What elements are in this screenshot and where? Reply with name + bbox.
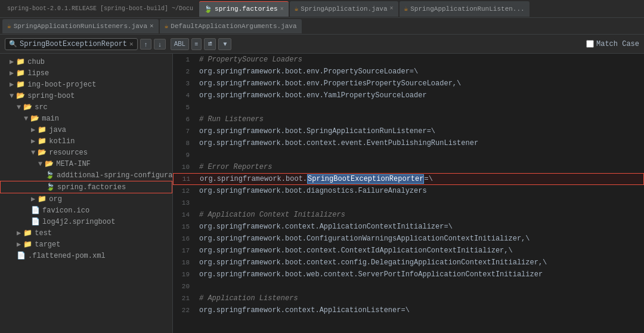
clear-search-icon[interactable]: ✕ <box>129 40 134 48</box>
tab-icon-spring-factories: 🍃 <box>204 5 212 13</box>
tab-label-run-listener: SpringApplicationRunListen... <box>410 5 524 13</box>
sidebar-item-additional-spring[interactable]: 🍃 additional-spring-configuratio... <box>0 169 172 181</box>
code-line-7: 7 org.springframework.boot.SpringApplica… <box>173 125 644 137</box>
search-abl-button[interactable]: ABL <box>171 38 189 50</box>
sidebar-item-java[interactable]: ▶ 📁 java <box>0 124 172 135</box>
tab-label-spring-application: SpringApplication.java <box>301 5 387 13</box>
folder-arrow-kotlin: ▶ <box>31 137 35 146</box>
close-icon-second-tab0[interactable]: × <box>150 23 154 30</box>
folder-arrow-java: ▶ <box>31 125 35 134</box>
line-number-11: 11 <box>174 175 195 183</box>
sidebar-item-target[interactable]: ▶ 📁 target <box>0 239 172 250</box>
folder-arrow-org: ▶ <box>31 195 35 204</box>
sidebar-item-boot-project[interactable]: ▶ 📁 ing-boot-project <box>0 79 172 90</box>
folder-icon-kotlin: 📁 <box>38 137 47 146</box>
sidebar-label-resources: resources <box>49 149 88 157</box>
sidebar-label-log4j2: log4j2.springboot <box>42 218 115 226</box>
code-line-9: 9 <box>173 149 644 161</box>
sidebar-item-chub[interactable]: ▶ 📁 chub <box>0 56 172 67</box>
search-words-button[interactable]: ≡ <box>191 38 202 50</box>
search-match-highlight: SpringBootExceptionReporter <box>307 174 424 184</box>
tab-label-default-args: DefaultApplicationArguments.java <box>171 23 296 30</box>
line-content-21: # Application Listeners <box>194 294 644 303</box>
sidebar-item-spring-boot[interactable]: ▼ 📂 spring-boot <box>0 90 172 101</box>
sidebar-item-src[interactable]: ▼ 📂 src <box>0 101 172 113</box>
code-editor: 1 # PropertySource Loaders 2 org.springf… <box>173 54 644 333</box>
sidebar-label-main: main <box>42 115 59 123</box>
sidebar-label-additional: additional-spring-configuratio... <box>57 171 173 180</box>
code-line-3: 3 org.springframework.boot.env.Propertie… <box>173 78 644 90</box>
tab-label-run-listeners: SpringApplicationRunListeners.java <box>14 23 147 30</box>
close-icon-tab1[interactable]: × <box>390 5 394 12</box>
sidebar-label-pom: .flattened-pom.xml <box>28 252 106 260</box>
search-prev-button[interactable]: ↑ <box>140 39 152 50</box>
search-input-wrapper[interactable]: 🔍 ✕ <box>5 38 138 50</box>
sidebar-label-favicon: favicon.ico <box>42 206 89 215</box>
line-content-2: org.springframework.boot.env.PropertySou… <box>194 67 644 76</box>
sidebar-label-src: src <box>35 103 48 112</box>
breadcrumb-area: spring-boot-2.0.1.RELEASE [spring-boot-b… <box>2 1 198 17</box>
sidebar-item-meta-inf[interactable]: ▼ 📂 META-INF <box>0 158 172 169</box>
folder-arrow-test: ▶ <box>17 229 21 238</box>
line-number-22: 22 <box>173 307 194 314</box>
sidebar-item-log4j2[interactable]: 📄 log4j2.springboot <box>0 216 172 227</box>
code-line-20: 20 <box>173 280 644 292</box>
close-icon-tab0[interactable]: × <box>280 6 284 13</box>
line-number-8: 8 <box>173 140 194 147</box>
match-case-label[interactable]: Match Case <box>586 40 639 48</box>
file-icon-pom: 📄 <box>17 251 26 260</box>
folder-icon-spring-boot: 📂 <box>16 91 25 100</box>
match-case-checkbox[interactable] <box>586 40 594 48</box>
sidebar-label-meta-inf: META-INF <box>56 160 91 168</box>
tab-spring-factories[interactable]: 🍃 spring.factories × <box>199 1 289 17</box>
file-icon-favicon: 📄 <box>31 206 40 215</box>
folder-arrow-icon: ▶ <box>10 57 14 66</box>
sidebar-item-test[interactable]: ▶ 📁 test <box>0 227 172 239</box>
line-number-20: 20 <box>173 283 194 290</box>
line-number-3: 3 <box>173 80 194 87</box>
sidebar-item-main[interactable]: ▼ 📂 main <box>0 113 172 124</box>
sidebar-item-org[interactable]: ▶ 📁 org <box>0 193 172 205</box>
sidebar-item-spring-factories[interactable]: 🍃 spring.factories <box>0 181 172 193</box>
code-line-21: 21 # Application Listeners <box>173 292 644 304</box>
line-number-13: 13 <box>173 199 194 206</box>
code-line-22: 22 org.springframework.context.Applicati… <box>173 304 644 316</box>
file-icon-additional: 🍃 <box>45 171 54 180</box>
sidebar-item-favicon[interactable]: 📄 favicon.ico <box>0 205 172 216</box>
sidebar-item-resources[interactable]: ▼ 📂 resources <box>0 147 172 158</box>
folder-icon-test: 📁 <box>23 229 32 238</box>
line-number-9: 9 <box>173 152 194 159</box>
sidebar-item-lipse[interactable]: ▶ 📁 lipse <box>0 67 172 79</box>
code-line-6: 6 # Run Listeners <box>173 113 644 125</box>
sidebar: ▶ 📁 chub ▶ 📁 lipse ▶ 📁 ing-boot-project … <box>0 54 173 333</box>
line-number-5: 5 <box>173 104 194 111</box>
search-regex-button[interactable]: ≡̄ <box>204 38 216 50</box>
search-input[interactable] <box>20 40 127 48</box>
tab-default-app-args[interactable]: ☕ DefaultApplicationArguments.java <box>160 19 302 33</box>
main-layout: ▶ 📁 chub ▶ 📁 lipse ▶ 📁 ing-boot-project … <box>0 54 644 333</box>
tab-icon-spring-application: ☕ <box>295 5 299 13</box>
line-content-4: org.springframework.boot.env.YamlPropert… <box>194 91 644 100</box>
line-content-22: org.springframework.context.ApplicationL… <box>194 306 644 314</box>
line-number-12: 12 <box>173 187 194 195</box>
tab-run-listener[interactable]: ☕ SpringApplicationRunListen... <box>400 1 530 17</box>
code-line-13: 13 <box>173 197 644 209</box>
search-next-button[interactable]: ↓ <box>154 39 166 50</box>
folder-open-arrow-spring-boot: ▼ <box>10 92 14 100</box>
search-icon: 🔍 <box>9 40 17 48</box>
code-line-10: 10 # Error Reporters <box>173 161 644 173</box>
line-content-8: org.springframework.boot.context.event.E… <box>194 139 644 147</box>
search-filter-button[interactable]: ▼ <box>218 38 231 50</box>
code-line-1: 1 # PropertySource Loaders <box>173 54 644 66</box>
tab-run-listeners-java[interactable]: ☕ SpringApplicationRunListeners.java × <box>2 19 159 33</box>
folder-icon-java: 📁 <box>38 125 47 134</box>
folder-icon-resources: 📂 <box>38 148 47 157</box>
sidebar-item-pom[interactable]: 📄 .flattened-pom.xml <box>0 250 172 261</box>
tab-spring-application[interactable]: ☕ SpringApplication.java × <box>290 1 398 17</box>
sidebar-label-kotlin: kotlin <box>49 137 75 146</box>
line-content-16: org.springframework.boot.ConfigurationWa… <box>194 235 644 243</box>
line-content-6: # Run Listeners <box>194 115 644 124</box>
code-line-19: 19 org.springframework.boot.web.context.… <box>173 269 644 280</box>
sidebar-item-kotlin[interactable]: ▶ 📁 kotlin <box>0 135 172 147</box>
line-content-1: # PropertySource Loaders <box>194 56 644 64</box>
